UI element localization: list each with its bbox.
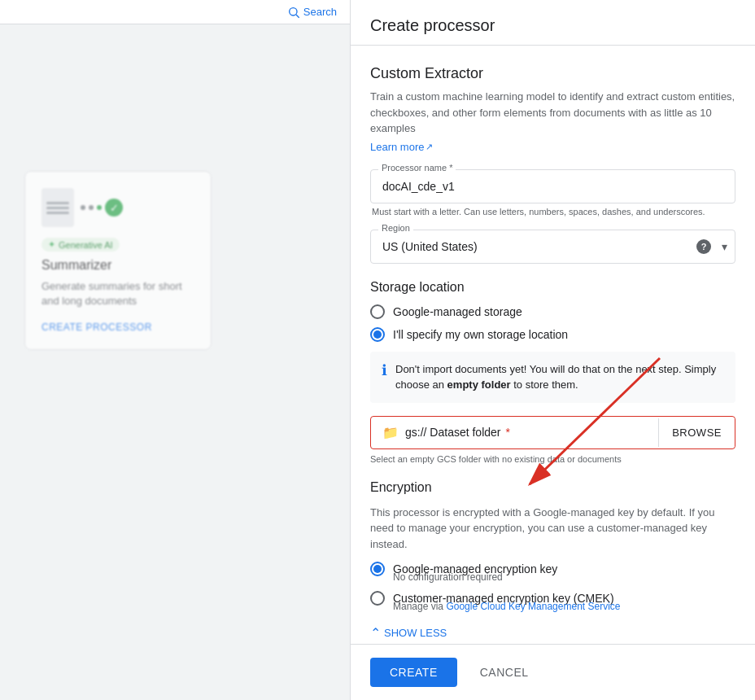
dot-1 [81,205,85,210]
cmek-link[interactable]: Google Cloud Key Management Service [446,601,620,612]
region-help-wrapper: ? [696,239,711,254]
storage-option-own-label: I'll specify my own storage location [393,328,568,341]
star-icon: ✦ [48,239,55,250]
region-select-wrapper: US (United States) ▾ ? [370,230,735,264]
info-box: ℹ Don't import documents yet! You will d… [370,352,735,403]
help-icon[interactable]: ? [696,239,711,254]
dot-2 [89,205,94,210]
encryption-option-cmek-wrapper: Customer-managed encryption key (CMEK) M… [370,591,735,612]
learn-more-text: Learn more [370,141,424,153]
encryption-radio-group: Google-managed encryption key No configu… [370,562,735,612]
cmek-sublabel-text: Manage via [393,601,446,612]
check-circle-icon: ✓ [105,199,123,217]
summarizer-card: ✓ ✦ Generative AI Summarizer Generate su… [24,171,212,350]
info-icon: ℹ [382,361,387,393]
card-icon-row: ✓ [41,188,194,227]
browse-placeholder: gs:// Dataset folder * [405,426,647,439]
region-label: Region [378,223,413,233]
dot-3 [97,205,102,210]
info-text-after: to store them. [511,378,578,391]
show-less-label: SHOW LESS [384,627,447,639]
card-description: Generate summaries for short and long do… [41,279,194,308]
browse-field: 📁 gs:// Dataset folder * BROWSE [370,416,735,449]
dialog-title: Create processor [370,16,735,35]
encryption-google-sublabel: No configuration required [393,571,735,583]
left-content: ✓ ✦ Generative AI Summarizer Generate su… [0,24,350,366]
processor-type-desc: Train a custom machine learning model to… [370,89,735,137]
chevron-down-icon: ▾ [722,240,727,253]
card-title: Summarizer [41,258,194,273]
radio-circle-google [370,304,385,319]
dialog-body: Custom Extractor Train a custom machine … [351,46,755,644]
show-less-button[interactable]: ⌃ SHOW LESS [370,625,735,641]
browse-inner: 📁 gs:// Dataset folder * [371,417,658,448]
radio-circle-cmek [370,591,385,606]
dialog-footer: CREATE CANCEL [351,644,755,700]
region-field: Region US (United States) ▾ ? [370,230,735,264]
processor-name-hint: Must start with a letter. Can use letter… [370,207,735,217]
processor-name-input[interactable] [370,169,735,203]
storage-radio-group: Google-managed storage I'll specify my o… [370,304,735,342]
learn-more-link[interactable]: Learn more ↗ [370,141,433,153]
info-text-bold: empty folder [447,378,511,391]
browse-placeholder-text: gs:// Dataset folder [405,426,501,439]
search-bar: Search [0,0,350,24]
encryption-section: Encryption This processor is encrypted w… [370,480,735,613]
chevron-up-icon: ⌃ [370,625,381,641]
left-panel: Search ✓ ✦ Generative AI [0,0,350,700]
info-text: Don't import documents yet! You will do … [395,361,724,393]
processor-name-label: Processor name * [378,163,456,173]
radio-circle-google-enc [370,562,385,576]
processor-name-field: Processor name * Must start with a lette… [370,169,735,217]
dialog-header: Create processor [351,0,755,46]
storage-option-google[interactable]: Google-managed storage [370,304,735,319]
encryption-cmek-sublabel: Manage via Google Cloud Key Management S… [393,601,735,612]
create-processor-link[interactable]: CREATE PROCESSOR [41,322,194,333]
folder-icon: 📁 [382,425,399,440]
radio-inner-google-enc [373,565,382,573]
generative-ai-badge: ✦ Generative AI [41,238,120,252]
browse-button[interactable]: BROWSE [658,418,735,447]
svg-line-1 [296,15,299,18]
storage-option-google-label: Google-managed storage [393,305,522,318]
document-icon [41,188,74,227]
radio-inner-own [373,330,382,339]
search-button[interactable]: Search [281,4,343,20]
right-panel: Create processor Custom Extractor Train … [350,0,755,700]
cancel-button[interactable]: CANCEL [467,658,542,687]
storage-heading: Storage location [370,280,735,295]
encryption-desc: This processor is encrypted with a Googl… [370,505,735,553]
badge-label: Generative AI [59,240,113,250]
create-button[interactable]: CREATE [370,658,457,687]
region-select[interactable]: US (United States) [370,230,735,264]
svg-point-0 [289,7,296,15]
browse-hint: Select an empty GCS folder with no exist… [370,454,735,464]
dots-check: ✓ [81,199,123,217]
storage-option-own[interactable]: I'll specify my own storage location [370,327,735,342]
encryption-option-google-wrapper: Google-managed encryption key No configu… [370,562,735,583]
processor-type-title: Custom Extractor [370,65,735,82]
search-icon [287,6,300,19]
encryption-heading: Encryption [370,480,735,495]
external-link-icon: ↗ [426,142,433,152]
search-label: Search [303,6,337,18]
required-star: * [503,426,510,439]
radio-circle-own [370,327,385,342]
